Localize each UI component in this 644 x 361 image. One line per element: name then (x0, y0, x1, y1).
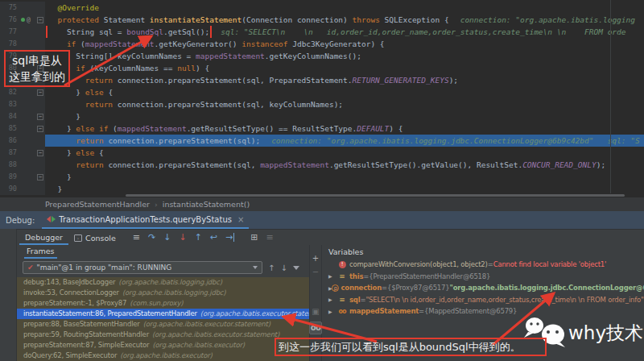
drop-frame-icon[interactable]: ↩ (210, 233, 217, 242)
fold-icon[interactable]: − (37, 89, 43, 96)
editor-gutter[interactable]: 86 (0, 135, 45, 147)
code-line[interactable]: 85− } else if (mappedStatement.getResult… (0, 122, 644, 135)
editor-gutter[interactable]: 85− (0, 122, 45, 135)
variable-row[interactable]: ▶oomappedStatement = {MappedStatement@65… (322, 305, 644, 317)
step-out-icon[interactable]: ↑ (195, 233, 202, 242)
variable-row[interactable]: ▶≡this = {PreparedStatementHandler@6518} (322, 271, 644, 283)
code-line[interactable]: 84− } (0, 110, 644, 122)
override-marker-icon[interactable] (21, 18, 25, 22)
code-line[interactable]: 82− } else { (0, 86, 644, 98)
breadcrumb-class[interactable]: PreparedStatementHandler (45, 200, 150, 209)
frame-row[interactable]: instantiateStatement:86, PreparedStateme… (17, 309, 309, 319)
code-editor[interactable]: 75 @Override76@− protected Statement ins… (0, 0, 644, 193)
fold-icon[interactable]: − (37, 114, 43, 120)
variables-list: !compareWithConversion(object1, object2)… (322, 259, 644, 317)
code-line-body: return connection.prepareStatement(sql);… (45, 135, 644, 147)
frame-row[interactable]: debug:143, BaseJdbcLogger(org.apache.iba… (17, 277, 309, 288)
editor-gutter[interactable]: 83 (0, 98, 45, 110)
step-over-icon[interactable]: ↷ (148, 233, 155, 242)
frame-package: (org.apache.ibatis.executor.statement) (152, 330, 279, 338)
variable-row[interactable]: ▶pconnection = {$Proxy87@6517} "org.apac… (322, 282, 644, 294)
variable-icon: ≡ (339, 296, 345, 304)
variable-value: {PreparedStatementHandler@6518} (369, 272, 490, 280)
variable-row[interactable]: !compareWithConversion(object1, object2)… (322, 259, 644, 271)
step-into-icon[interactable]: ↓ (163, 233, 171, 242)
line-number: 85 (0, 122, 19, 135)
run-to-cursor-icon[interactable]: → (225, 233, 234, 242)
view-layout-icon[interactable]: ⊞ (250, 233, 258, 242)
code-line[interactable]: 88 return connection.prepareStatement(sq… (0, 159, 644, 171)
expand-arrow-icon[interactable]: ▶ (328, 297, 336, 302)
code-text: } (48, 171, 72, 183)
code-line[interactable]: 75 @Override (0, 2, 644, 14)
force-step-into-icon[interactable]: ↓ (179, 233, 186, 242)
code-line[interactable]: 89− } (0, 171, 644, 183)
fold-icon[interactable]: − (37, 17, 43, 23)
code-line[interactable]: 77 String sql = boundSql.getSql();sql: "… (0, 26, 644, 38)
frames-list: debug:143, BaseJdbcLogger(org.apache.iba… (17, 277, 309, 361)
editor-gutter[interactable]: 89− (0, 171, 45, 183)
code-line[interactable]: 83 return connection.prepareStatement(sq… (0, 98, 644, 110)
frames-panel: Frames ✔ "main"@1 in group "main": RUNNI… (17, 245, 309, 361)
code-line[interactable]: 80− if (keyColumnNames == null) { (0, 62, 644, 74)
duplicate-watch-button[interactable]: ▣ (312, 308, 319, 316)
frame-row[interactable]: prepare:88, BaseStatementHandler(org.apa… (17, 319, 309, 330)
debugger-inline-hint: connection: "org.apache.ibatis.logging (460, 14, 635, 26)
code-text: String[] keyColumnNames = mappedStatemen… (48, 50, 361, 62)
close-icon[interactable]: × (237, 215, 244, 224)
gutter-marks: − (19, 171, 45, 183)
editor-gutter[interactable]: 77 (0, 26, 45, 38)
expand-arrow-icon[interactable]: ▶ (328, 273, 336, 279)
tab-frames[interactable]: Frames (24, 246, 57, 259)
previous-frame-icon[interactable]: ↑ (268, 263, 275, 272)
variable-value: {$Proxy87@6517} (387, 284, 449, 292)
code-line[interactable]: 87− } else { (0, 147, 644, 159)
scrollbar-thumb[interactable] (126, 194, 625, 197)
thread-selector[interactable]: ✔ "main"@1 in group "main": RUNNING (23, 261, 262, 274)
code-line[interactable]: 78 if (mappedStatement.getKeyGenerator()… (0, 38, 644, 50)
frame-row[interactable]: doQuery:62, SimpleExecutor(org.apache.ib… (17, 351, 309, 361)
frame-row[interactable]: prepare:59, RoutingStatementHandler(org.… (17, 330, 309, 340)
code-text: } else { (48, 147, 104, 159)
fold-icon[interactable]: − (37, 150, 43, 156)
fold-icon[interactable]: − (37, 174, 43, 180)
editor-gutter[interactable]: 78 (0, 38, 45, 50)
layout-settings-icon[interactable]: ≡ (133, 233, 140, 242)
tab-debugger[interactable]: Debugger (19, 230, 68, 245)
expand-arrow-icon[interactable]: ▶ (328, 309, 336, 314)
editor-gutter[interactable]: 76@− (0, 14, 45, 26)
line-number: 82 (0, 86, 19, 98)
show-watches-button[interactable]: oo (309, 322, 323, 334)
breadcrumb-method[interactable]: instantiateStatement() (163, 200, 250, 209)
watermark-text: why技术 (568, 321, 643, 346)
editor-gutter[interactable]: 87− (0, 147, 45, 159)
fold-icon[interactable]: − (37, 126, 43, 132)
remove-watch-button[interactable]: − (312, 268, 319, 276)
variable-name: mappedStatement (349, 307, 419, 315)
editor-gutter[interactable]: 88 (0, 159, 45, 171)
frame-row[interactable]: invoke:53, ConnectionLogger(org.apache.i… (17, 288, 309, 298)
add-watch-button[interactable]: + (312, 255, 319, 263)
frame-row[interactable]: prepareStatement:-1, $Proxy87(com.sun.pr… (17, 298, 309, 309)
frame-row[interactable]: prepareStatement:87, SimpleExecutor(org.… (17, 340, 309, 351)
variable-row[interactable]: ▶≡sql = "SELECT\n \n id,order_id,order_n… (322, 294, 644, 306)
next-frame-icon[interactable]: ↓ (280, 263, 287, 272)
editor-gutter[interactable]: 82− (0, 86, 45, 98)
tab-console[interactable]: ›Console (68, 231, 122, 244)
code-line[interactable]: 86 return connection.prepareStatement(sq… (0, 135, 644, 147)
line-number: 77 (0, 26, 19, 38)
line-number: 89 (0, 171, 19, 183)
chevron-down-icon[interactable] (253, 266, 258, 269)
line-number: 83 (0, 98, 19, 110)
editor-gutter[interactable]: 90 (0, 183, 45, 195)
filter-icon[interactable] (293, 266, 299, 270)
code-line[interactable]: 76@− protected Statement instantiateStat… (0, 14, 644, 26)
variable-value: = (419, 307, 424, 315)
debug-session-tab[interactable]: TransactionApplicationTests.queryByStatu… (42, 211, 249, 229)
more-options-icon[interactable]: ≡ (266, 233, 274, 242)
code-line[interactable]: 79 String[] keyColumnNames = mappedState… (0, 50, 644, 62)
editor-gutter[interactable]: 75 (0, 2, 45, 14)
editor-gutter[interactable]: 84− (0, 110, 45, 122)
gutter-marks (19, 183, 45, 195)
code-line[interactable]: 81 return connection.prepareStatement(sq… (0, 74, 644, 86)
